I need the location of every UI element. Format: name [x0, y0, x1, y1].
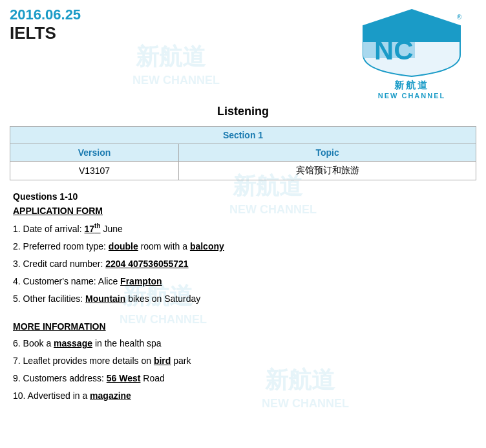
q2-answer1: double: [109, 241, 138, 251]
content-area: Questions 1-10 APPLICATION FORM 1. Date …: [10, 188, 476, 410]
application-form-heading: APPLICATION FORM: [13, 206, 473, 216]
col-version-header: Version: [10, 144, 179, 162]
section-header-cell: Section 1: [10, 127, 476, 144]
q1-number: 1.: [13, 224, 23, 234]
q5-text-after: bikes on Saturday: [125, 293, 200, 304]
more-information-heading: MORE INFORMATION: [13, 321, 473, 332]
q1-answer: 17th: [85, 224, 101, 234]
q2-text-before: Preferred room type:: [23, 241, 109, 251]
q6-text-after: in the health spa: [92, 338, 162, 348]
q3-answer: 2204 407536055721: [105, 259, 188, 269]
svg-text:®: ®: [457, 14, 462, 21]
header: 2016.06.25 IELTS NC: [10, 6, 476, 100]
question-5: 5. Other facilities: Mountain bikes on S…: [13, 292, 473, 306]
question-9: 9. Customers address: 56 West Road: [13, 372, 473, 385]
nc-logo-svg: NC ®: [360, 6, 463, 78]
q5-answer: Mountain: [85, 293, 125, 304]
q2-number: 2.: [13, 241, 23, 251]
q1-text-after: June: [101, 224, 123, 234]
q6-number: 6.: [13, 338, 23, 348]
listening-title: Listening: [10, 105, 476, 118]
q2-answer2: balcony: [190, 241, 224, 251]
svg-text:NC: NC: [374, 35, 414, 65]
col-topic-header: Topic: [179, 144, 476, 162]
q9-answer: 56 West: [107, 373, 141, 383]
question-3: 3. Credit card number: 2204 407536055721: [13, 257, 473, 271]
q6-answer: massage: [54, 338, 92, 348]
q4-text-before: Customer's name: Alice: [23, 276, 121, 286]
logo-area: NC ® 新航道 NEW CHANNEL: [347, 6, 476, 100]
q3-number: 3.: [13, 259, 23, 269]
logo-english-name: NEW CHANNEL: [347, 92, 476, 100]
date-ielts-block: 2016.06.25 IELTS: [10, 6, 81, 43]
logo-chinese-name: 新航道: [347, 80, 476, 92]
question-7: 7. Leaflet provides more details on bird…: [13, 354, 473, 368]
q7-text-after: park: [171, 356, 191, 366]
q6-text-before: Book a: [23, 338, 54, 348]
q2-text-mid: room with a: [138, 241, 190, 251]
q1-text-before: Date of arrival:: [23, 224, 85, 234]
q9-number: 9.: [13, 373, 23, 383]
q7-answer: bird: [154, 356, 171, 366]
question-10: 10. Advertised in a magazine: [13, 389, 473, 403]
date-text: 2016.06.25: [10, 6, 81, 23]
q10-text-before: Advertised in a: [28, 390, 90, 401]
q7-number: 7.: [13, 356, 23, 366]
section-table: Section 1 Version Topic V13107 宾馆预订和旅游: [10, 126, 476, 180]
version-value-cell: V13107: [10, 162, 179, 180]
q4-answer: Frampton: [120, 276, 162, 286]
q10-answer: magazine: [90, 390, 131, 401]
q4-number: 4.: [13, 276, 23, 286]
exam-type-text: IELTS: [10, 23, 81, 43]
q5-number: 5.: [13, 293, 23, 304]
q10-number: 10.: [13, 390, 28, 401]
q7-text-before: Leaflet provides more details on: [23, 356, 154, 366]
q3-text-before: Credit card number:: [23, 259, 106, 269]
question-2: 2. Preferred room type: double room with…: [13, 240, 473, 253]
questions-range-label: Questions 1-10: [13, 191, 473, 202]
question-1: 1. Date of arrival: 17th June: [13, 221, 473, 236]
q9-text-after: Road: [140, 373, 164, 383]
q5-text-before: Other facilities:: [23, 293, 85, 304]
question-4: 4. Customer's name: Alice Frampton: [13, 275, 473, 288]
q9-text-before: Customers address:: [23, 373, 107, 383]
question-6: 6. Book a massage in the health spa: [13, 337, 473, 350]
topic-value-cell: 宾馆预订和旅游: [179, 162, 476, 180]
